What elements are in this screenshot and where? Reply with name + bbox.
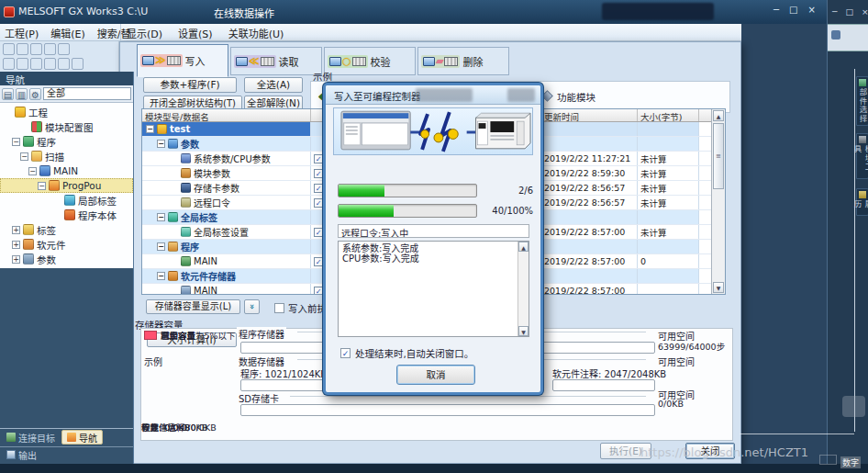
minimize-icon[interactable]: ─ <box>832 7 837 17</box>
output-tab-label: 输出 <box>18 448 37 462</box>
column-name[interactable]: 模块型号/数据名 <box>142 109 311 121</box>
progress-dialog-title: 写入至可编程控制器 <box>334 89 421 103</box>
memory-capacity-display-button[interactable]: 存储器容量显示(L) <box>146 299 240 314</box>
panel-tab[interactable]: 连接目标 <box>2 430 60 445</box>
dialog-menu-item[interactable]: 关联功能(U) <box>228 26 284 40</box>
sd-card-bar <box>240 404 655 416</box>
cancel-button[interactable]: 取消 <box>396 365 475 385</box>
expander-icon[interactable]: − <box>157 213 165 221</box>
dialog-menu-item[interactable]: 设置(S) <box>178 26 213 40</box>
watermark-logo <box>842 396 865 417</box>
row-label: 存储卡参数 <box>194 181 239 195</box>
tree-filter-select[interactable]: 全部 <box>43 87 131 100</box>
tree-item[interactable]: 局部标签 <box>0 193 133 208</box>
tree-item[interactable]: 程序本体 <box>0 208 133 222</box>
row-label: 系统参数/CPU参数 <box>194 152 271 165</box>
main-menu-item[interactable]: 搜索/替 <box>97 26 131 40</box>
expander-icon[interactable]: − <box>28 167 37 175</box>
main-menu-item[interactable]: 工程(P) <box>5 26 39 40</box>
expander-icon[interactable]: + <box>12 241 20 249</box>
expander-icon[interactable]: − <box>146 125 154 133</box>
expander-icon[interactable]: + <box>12 226 20 234</box>
tree-item[interactable]: − ProgPou <box>0 178 133 193</box>
close-icon[interactable]: × <box>862 7 868 17</box>
scrollbar-thumb[interactable]: ≡ <box>713 123 724 189</box>
expander-icon[interactable]: + <box>12 255 20 264</box>
scroll-up-icon[interactable]: ▲ <box>713 110 724 121</box>
row-checkbox[interactable] <box>314 184 323 193</box>
legend-title: 示例 <box>144 355 162 368</box>
navigation-icon <box>67 433 76 442</box>
main-program-icon <box>39 165 50 176</box>
row-updated <box>541 122 638 136</box>
minimize-icon[interactable]: ─ <box>773 5 779 15</box>
precheck-checkbox[interactable] <box>274 303 284 313</box>
row-size: 未计算 <box>638 181 699 195</box>
row-updated: 2019/2/22 8:56:57 <box>541 181 638 195</box>
expander-icon[interactable]: − <box>12 138 20 146</box>
expander-icon[interactable]: − <box>20 152 28 161</box>
progress-dialog-titlebar[interactable]: 写入至可编程控制器 <box>326 85 540 105</box>
row-checkbox[interactable] <box>314 154 323 163</box>
tree-item[interactable]: 模块配置图 <box>0 119 133 134</box>
operation-tab[interactable]: ≫ 写入 <box>137 44 228 77</box>
plc-icon <box>352 57 366 66</box>
dialog-menu-item[interactable]: 显示(D) <box>127 26 162 40</box>
tree-item[interactable]: + 参数 <box>0 252 133 266</box>
expander-icon[interactable]: − <box>157 242 165 251</box>
data-memory-program-label: 程序: 1021/1024KB <box>239 366 328 380</box>
auto-close-row: 处理结束时,自动关闭窗口。 <box>340 346 473 360</box>
computer-icon <box>329 57 341 66</box>
operation-tab[interactable]: ▰ 删除 <box>417 47 509 75</box>
operation-tab[interactable]: ○ 校验 <box>324 47 416 75</box>
operation-tab[interactable]: ≪ 读取 <box>230 47 322 75</box>
row-checkbox[interactable] <box>314 228 323 237</box>
scan-icon <box>31 151 42 162</box>
row-size: 未计算 <box>638 196 699 209</box>
close-icon[interactable]: × <box>807 5 815 15</box>
tree-item-label: MAIN <box>53 165 78 176</box>
tree-item[interactable]: − 扫描 <box>0 149 133 163</box>
table-scrollbar[interactable]: ▲ ≡ ▼ <box>711 109 725 294</box>
row-size <box>638 137 699 151</box>
output-panel-tab[interactable]: 输出 <box>2 447 41 463</box>
restore-icon[interactable]: □ <box>845 7 853 17</box>
dock-tab[interactable]: 履历 <box>856 188 868 216</box>
tree-item[interactable]: − MAIN <box>0 163 133 178</box>
scroll-down-icon[interactable]: ▼ <box>518 326 529 336</box>
row-size <box>638 240 699 253</box>
tree-item[interactable]: 工程 <box>0 105 133 119</box>
docked-panel-tabs: 连接目标 导航 <box>0 428 133 445</box>
module-config-icon <box>31 121 42 132</box>
tree-item[interactable]: + 软元件 <box>0 237 133 252</box>
auto-close-checkbox[interactable] <box>340 348 351 358</box>
row-size <box>638 210 699 224</box>
expander-icon[interactable]: − <box>38 182 46 190</box>
maximize-icon[interactable]: □ <box>789 5 797 15</box>
expander-icon[interactable]: − <box>157 272 165 280</box>
parameter-program-button[interactable]: 参数+程序(F) <box>143 77 237 93</box>
tree-item[interactable]: + 标签 <box>0 222 133 237</box>
tree-item[interactable]: − 程序 <box>0 134 133 149</box>
log-scrollbar[interactable]: ▲ ▼ <box>517 242 529 336</box>
scroll-down-icon[interactable]: ▼ <box>713 282 724 293</box>
row-checkbox[interactable] <box>314 198 323 208</box>
main-menu-item[interactable]: 编辑(E) <box>50 26 85 40</box>
row-label: MAIN <box>194 256 217 266</box>
output-tab-row: 输出 <box>0 446 133 462</box>
panel-tab[interactable]: 导航 <box>61 430 103 445</box>
scroll-up-icon[interactable]: ▲ <box>518 242 529 252</box>
cpu-param-icon <box>181 153 191 163</box>
row-checkbox[interactable] <box>314 169 323 178</box>
row-checkbox[interactable] <box>314 257 323 266</box>
dock-tab[interactable]: 模块工具 <box>856 133 868 179</box>
menu-bar: 工程(P) 编辑(E) 搜索/替 显示(D) 设置(S) 关联功能(U) <box>0 24 741 41</box>
dock-tab-label: 履历 <box>851 200 868 213</box>
select-all-button[interactable]: 全选(A) <box>244 77 303 93</box>
dock-tab[interactable]: 部件选择 <box>856 76 868 126</box>
row-checkbox[interactable] <box>314 287 323 296</box>
chevron-down-icon[interactable]: » <box>244 299 260 314</box>
column-updated[interactable]: 更新时间 <box>541 109 638 121</box>
column-size[interactable]: 大小(字节) <box>638 109 699 121</box>
expander-icon[interactable]: − <box>157 140 165 148</box>
